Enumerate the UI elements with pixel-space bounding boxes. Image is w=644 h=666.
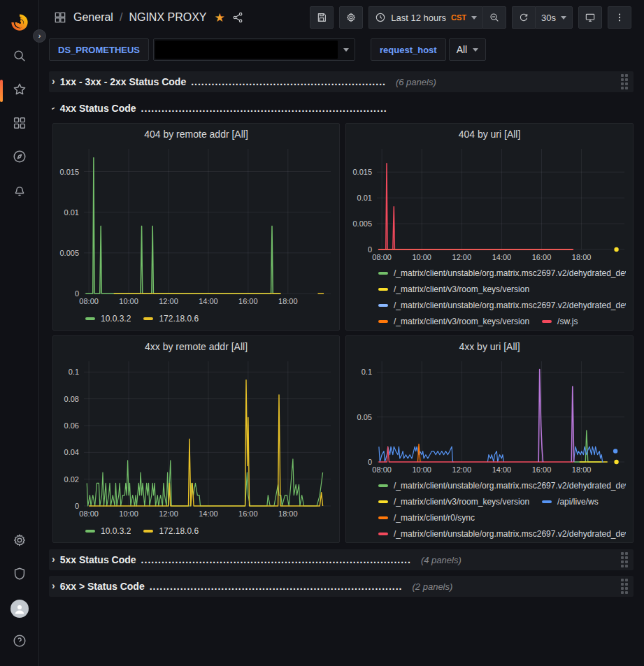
row-panel-count: (2 panels) — [413, 581, 453, 592]
timeseries-chart[interactable]: 00.050.108:0010:0012:0014:0016:0018:00 — [346, 357, 633, 476]
legend-item[interactable]: /_matrix/client/v3/room_keys/version — [378, 281, 529, 297]
svg-text:08:00: 08:00 — [79, 297, 99, 305]
legend-item[interactable]: /_matrix/client/unstable/org.matrix.msc2… — [378, 265, 626, 281]
row-toggle-1xx[interactable]: › 1xx - 3xx - 2xx Status Code ..........… — [52, 76, 386, 87]
svg-text:18:00: 18:00 — [278, 297, 298, 305]
svg-text:0: 0 — [75, 289, 79, 298]
svg-text:12:00: 12:00 — [452, 465, 472, 474]
legend-item[interactable]: /_matrix/client/v3/room_keys/version — [378, 313, 529, 329]
row-toggle-4xx[interactable]: › 4xx Status Code ......................… — [52, 103, 387, 114]
breadcrumb-folder[interactable]: General — [73, 11, 113, 24]
zoom-out-button[interactable] — [482, 6, 506, 29]
sidebar-item-help[interactable] — [6, 628, 34, 656]
row-title-dots: ........................................… — [141, 103, 387, 114]
save-icon — [316, 12, 327, 23]
row-drag-handle[interactable] — [621, 74, 628, 89]
monitor-icon — [585, 12, 596, 23]
legend-series-label: /api/live/ws — [557, 497, 599, 507]
row-5xx: › 5xx Status Code ......................… — [49, 549, 634, 570]
redacted-value — [155, 41, 338, 59]
main-area: General / NGINX PROXY ★ — [39, 0, 644, 666]
svg-text:0.015: 0.015 — [59, 168, 79, 176]
variable-label-ds-prometheus: DS_PROMETHEUS — [49, 38, 149, 61]
time-range-picker[interactable]: Last 12 hours CST — [368, 6, 482, 29]
panel-404-by-uri: 404 by uri [All] 00.0050.010.01508:0010:… — [345, 123, 634, 331]
more-options-button[interactable] — [608, 6, 631, 29]
row-toggle-6xx[interactable]: › 6xx > Status Code ....................… — [52, 581, 403, 592]
legend-item[interactable]: 172.18.0.6 — [143, 523, 199, 539]
legend-item[interactable]: /api/live/ws — [542, 493, 599, 509]
timeseries-chart[interactable]: 00.0050.010.01508:0010:0012:0014:0016:00… — [346, 145, 633, 263]
legend-series-label: /_matrix/client/v3/room_keys/version — [394, 284, 529, 294]
legend-item[interactable]: /_matrix/client/unstable/org.matrix.msc2… — [378, 526, 626, 542]
sidebar — [0, 0, 39, 666]
svg-text:12:00: 12:00 — [159, 509, 178, 518]
refresh-button[interactable] — [512, 6, 535, 29]
legend-item[interactable]: 10.0.3.2 — [85, 523, 131, 539]
panel-legend: /_matrix/client/unstable/org.matrix.msc2… — [346, 476, 633, 542]
breadcrumb: General / NGINX PROXY ★ — [53, 10, 244, 25]
legend-series-color — [378, 272, 388, 275]
sidebar-item-configuration[interactable] — [6, 528, 34, 556]
legend-item[interactable]: /_matrix/client/r0/sync — [378, 509, 475, 526]
legend-item[interactable]: /_matrix/client/unstable/org.matrix.msc2… — [378, 297, 626, 313]
user-avatar — [10, 600, 29, 618]
svg-text:08:00: 08:00 — [372, 253, 392, 261]
chevron-right-icon: › — [52, 76, 55, 87]
variable-select-request-host[interactable]: All — [449, 38, 487, 61]
star-filled-icon[interactable]: ★ — [215, 10, 225, 25]
row-panel-count: (6 panels) — [396, 77, 436, 87]
star-outline-icon — [12, 82, 27, 100]
row-drag-handle[interactable] — [621, 579, 628, 594]
sidebar-item-home[interactable] — [6, 10, 34, 38]
sidebar-item-alerting[interactable] — [6, 178, 34, 205]
chevron-down-icon — [561, 16, 566, 20]
panel-title[interactable]: 404 by remote addr [All] — [53, 124, 339, 145]
svg-text:0.1: 0.1 — [69, 368, 79, 376]
row-drag-handle[interactable] — [621, 552, 628, 567]
share-icon[interactable] — [231, 11, 244, 24]
panel-title[interactable]: 404 by uri [All] — [346, 124, 633, 145]
chevron-down-icon — [473, 48, 478, 52]
panel-title[interactable]: 4xx by uri [All] — [346, 336, 633, 357]
svg-text:14:00: 14:00 — [199, 297, 218, 305]
sidebar-expand-button[interactable]: › — [33, 29, 46, 43]
panel-title[interactable]: 4xx by remote addr [All] — [53, 336, 339, 357]
row-title-text: 5xx Status Code — [60, 554, 136, 565]
sidebar-item-starred[interactable] — [6, 77, 34, 105]
row-panel-count: (4 panels) — [421, 555, 461, 565]
legend-item[interactable]: 10.0.3.2 — [85, 310, 131, 326]
row-toggle-5xx[interactable]: › 5xx Status Code ......................… — [52, 554, 411, 565]
sidebar-item-dashboards[interactable] — [6, 110, 34, 138]
legend-series-color — [85, 530, 95, 533]
refresh-interval-picker[interactable]: 30s — [535, 6, 573, 29]
legend-item[interactable]: /_matrix/client/v3/room_keys/version — [378, 493, 529, 509]
timeseries-chart[interactable]: 00.020.040.060.080.108:0010:0012:0014:00… — [53, 357, 339, 521]
kiosk-mode-button[interactable] — [578, 6, 602, 29]
row-title-dots: ........................................… — [141, 554, 411, 565]
timeseries-chart[interactable]: 00.0050.010.01508:0010:0012:0014:0016:00… — [53, 145, 339, 309]
dashboard-settings-button[interactable] — [339, 6, 363, 29]
toolbar: Last 12 hours CST — [310, 6, 631, 29]
legend-series-label: /_matrix/client/unstable/org.matrix.msc2… — [394, 268, 626, 278]
panel-4xx-by-uri: 4xx by uri [All] 00.050.108:0010:0012:00… — [345, 335, 634, 543]
sidebar-item-search[interactable] — [6, 43, 34, 71]
legend-item[interactable]: /_matrix/client/unstable/org.matrix.msc2… — [378, 477, 626, 493]
variable-select-ds-prometheus[interactable] — [153, 38, 355, 61]
svg-text:14:00: 14:00 — [492, 465, 512, 474]
sidebar-item-explore[interactable] — [6, 144, 34, 172]
legend-item[interactable]: /sw.js — [542, 313, 578, 329]
variable-label-request-host: request_host — [371, 38, 446, 61]
legend-item[interactable]: 172.18.0.6 — [143, 310, 199, 326]
legend-series-color — [378, 533, 388, 535]
svg-text:14:00: 14:00 — [492, 253, 512, 261]
timezone-label: CST — [451, 13, 466, 22]
sidebar-item-server-admin[interactable] — [6, 561, 34, 589]
sidebar-item-profile[interactable] — [6, 595, 34, 623]
zoom-out-icon — [489, 12, 500, 23]
legend-series-color — [378, 500, 388, 503]
svg-text:0.05: 0.05 — [357, 413, 372, 421]
shield-icon — [12, 566, 27, 584]
save-dashboard-button[interactable] — [310, 6, 334, 29]
svg-text:12:00: 12:00 — [452, 253, 472, 261]
